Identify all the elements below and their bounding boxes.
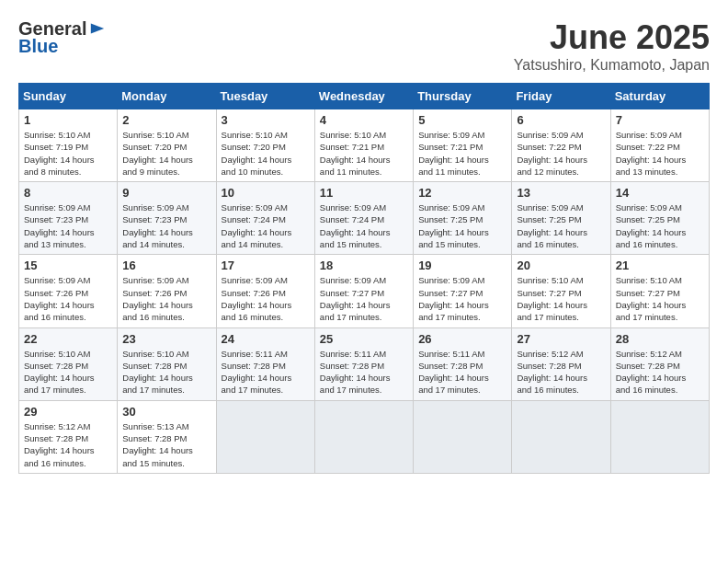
calendar-cell [610, 400, 709, 473]
day-info: Sunrise: 5:09 AM Sunset: 7:23 PM Dayligh… [24, 201, 112, 250]
calendar-cell: 11Sunrise: 5:09 AM Sunset: 7:24 PM Dayli… [314, 182, 413, 255]
day-number: 24 [222, 332, 310, 346]
col-tuesday: Tuesday [216, 84, 314, 109]
calendar-cell: 24Sunrise: 5:11 AM Sunset: 7:28 PM Dayli… [216, 327, 314, 400]
day-info: Sunrise: 5:09 AM Sunset: 7:24 PM Dayligh… [320, 201, 408, 250]
calendar-cell [314, 400, 413, 473]
day-number: 20 [517, 259, 605, 272]
day-number: 13 [517, 186, 605, 200]
calendar-cell: 29Sunrise: 5:12 AM Sunset: 7:28 PM Dayli… [19, 400, 118, 473]
day-info: Sunrise: 5:11 AM Sunset: 7:28 PM Dayligh… [320, 348, 408, 396]
calendar-cell: 23Sunrise: 5:10 AM Sunset: 7:28 PM Dayli… [118, 327, 216, 400]
calendar-cell: 14Sunrise: 5:09 AM Sunset: 7:25 PM Dayli… [610, 182, 709, 255]
calendar-cell: 9Sunrise: 5:09 AM Sunset: 7:23 PM Daylig… [118, 182, 216, 255]
calendar-cell: 20Sunrise: 5:10 AM Sunset: 7:27 PM Dayli… [512, 255, 610, 327]
calendar-cell: 17Sunrise: 5:09 AM Sunset: 7:26 PM Dayli… [216, 255, 314, 327]
day-info: Sunrise: 5:09 AM Sunset: 7:25 PM Dayligh… [517, 201, 605, 250]
calendar-cell: 19Sunrise: 5:09 AM Sunset: 7:27 PM Dayli… [414, 255, 512, 327]
day-info: Sunrise: 5:09 AM Sunset: 7:24 PM Dayligh… [222, 201, 310, 250]
col-sunday: Sunday [19, 84, 118, 109]
day-info: Sunrise: 5:09 AM Sunset: 7:26 PM Dayligh… [24, 274, 112, 323]
calendar-cell [216, 400, 314, 473]
day-number: 7 [616, 113, 704, 127]
day-number: 11 [320, 186, 408, 200]
day-number: 3 [222, 113, 310, 127]
day-number: 19 [418, 259, 506, 272]
day-info: Sunrise: 5:09 AM Sunset: 7:27 PM Dayligh… [320, 274, 408, 323]
location-title: Yatsushiro, Kumamoto, Japan [514, 57, 710, 74]
day-number: 9 [122, 186, 210, 200]
day-number: 17 [222, 259, 310, 272]
logo: General Blue [18, 18, 106, 57]
title-area: June 2025 Yatsushiro, Kumamoto, Japan [514, 18, 710, 74]
calendar-cell: 18Sunrise: 5:09 AM Sunset: 7:27 PM Dayli… [314, 255, 413, 327]
calendar-cell: 5Sunrise: 5:09 AM Sunset: 7:21 PM Daylig… [414, 109, 512, 182]
day-number: 14 [616, 186, 704, 200]
day-info: Sunrise: 5:10 AM Sunset: 7:21 PM Dayligh… [320, 129, 408, 178]
day-number: 22 [24, 332, 112, 346]
day-number: 12 [418, 186, 506, 200]
calendar-cell [414, 400, 512, 473]
day-number: 21 [616, 259, 704, 272]
day-info: Sunrise: 5:11 AM Sunset: 7:28 PM Dayligh… [418, 348, 506, 396]
day-number: 5 [418, 113, 506, 127]
day-info: Sunrise: 5:09 AM Sunset: 7:22 PM Dayligh… [517, 129, 605, 178]
day-number: 29 [24, 405, 112, 419]
calendar-cell: 10Sunrise: 5:09 AM Sunset: 7:24 PM Dayli… [216, 182, 314, 255]
calendar-cell: 28Sunrise: 5:12 AM Sunset: 7:28 PM Dayli… [610, 327, 709, 400]
col-friday: Friday [512, 84, 610, 109]
calendar-week-row: 1Sunrise: 5:10 AM Sunset: 7:19 PM Daylig… [19, 109, 710, 182]
day-number: 6 [517, 113, 605, 127]
day-number: 2 [122, 113, 210, 127]
day-info: Sunrise: 5:09 AM Sunset: 7:25 PM Dayligh… [418, 201, 506, 250]
day-number: 15 [24, 259, 112, 272]
calendar-cell: 6Sunrise: 5:09 AM Sunset: 7:22 PM Daylig… [512, 109, 610, 182]
col-thursday: Thursday [414, 84, 512, 109]
calendar-cell: 13Sunrise: 5:09 AM Sunset: 7:25 PM Dayli… [512, 182, 610, 255]
calendar-body: 1Sunrise: 5:10 AM Sunset: 7:19 PM Daylig… [19, 109, 710, 474]
day-number: 4 [320, 113, 408, 127]
logo-arrow-icon [89, 20, 106, 37]
calendar-cell: 8Sunrise: 5:09 AM Sunset: 7:23 PM Daylig… [19, 182, 118, 255]
day-info: Sunrise: 5:10 AM Sunset: 7:19 PM Dayligh… [24, 129, 112, 178]
header: General Blue June 2025 Yatsushiro, Kumam… [18, 18, 710, 74]
calendar-cell: 30Sunrise: 5:13 AM Sunset: 7:28 PM Dayli… [118, 400, 216, 473]
day-info: Sunrise: 5:12 AM Sunset: 7:28 PM Dayligh… [616, 348, 704, 396]
day-info: Sunrise: 5:11 AM Sunset: 7:28 PM Dayligh… [222, 348, 310, 396]
day-info: Sunrise: 5:13 AM Sunset: 7:28 PM Dayligh… [122, 420, 210, 469]
calendar-cell: 7Sunrise: 5:09 AM Sunset: 7:22 PM Daylig… [610, 109, 709, 182]
calendar-week-row: 29Sunrise: 5:12 AM Sunset: 7:28 PM Dayli… [19, 400, 710, 473]
calendar-table: Sunday Monday Tuesday Wednesday Thursday… [18, 83, 710, 474]
calendar-header-row: Sunday Monday Tuesday Wednesday Thursday… [19, 84, 710, 109]
calendar-cell: 1Sunrise: 5:10 AM Sunset: 7:19 PM Daylig… [19, 109, 118, 182]
svg-marker-0 [91, 23, 104, 33]
day-info: Sunrise: 5:09 AM Sunset: 7:21 PM Dayligh… [418, 129, 506, 178]
day-info: Sunrise: 5:10 AM Sunset: 7:27 PM Dayligh… [616, 274, 704, 323]
day-info: Sunrise: 5:09 AM Sunset: 7:26 PM Dayligh… [222, 274, 310, 323]
calendar-cell: 15Sunrise: 5:09 AM Sunset: 7:26 PM Dayli… [19, 255, 118, 327]
calendar-week-row: 22Sunrise: 5:10 AM Sunset: 7:28 PM Dayli… [19, 327, 710, 400]
day-number: 16 [122, 259, 210, 272]
day-number: 28 [616, 332, 704, 346]
day-info: Sunrise: 5:10 AM Sunset: 7:20 PM Dayligh… [122, 129, 210, 178]
calendar-cell: 26Sunrise: 5:11 AM Sunset: 7:28 PM Dayli… [414, 327, 512, 400]
day-info: Sunrise: 5:10 AM Sunset: 7:27 PM Dayligh… [517, 274, 605, 323]
calendar-cell: 16Sunrise: 5:09 AM Sunset: 7:26 PM Dayli… [118, 255, 216, 327]
day-number: 1 [24, 113, 112, 127]
month-title: June 2025 [514, 18, 710, 57]
day-number: 18 [320, 259, 408, 272]
col-wednesday: Wednesday [314, 84, 413, 109]
day-info: Sunrise: 5:10 AM Sunset: 7:20 PM Dayligh… [222, 129, 310, 178]
col-monday: Monday [118, 84, 216, 109]
day-number: 23 [122, 332, 210, 346]
day-info: Sunrise: 5:12 AM Sunset: 7:28 PM Dayligh… [24, 420, 112, 469]
calendar-cell [512, 400, 610, 473]
calendar-cell: 12Sunrise: 5:09 AM Sunset: 7:25 PM Dayli… [414, 182, 512, 255]
day-info: Sunrise: 5:10 AM Sunset: 7:28 PM Dayligh… [122, 348, 210, 396]
day-info: Sunrise: 5:09 AM Sunset: 7:25 PM Dayligh… [616, 201, 704, 250]
day-number: 10 [222, 186, 310, 200]
calendar-cell: 4Sunrise: 5:10 AM Sunset: 7:21 PM Daylig… [314, 109, 413, 182]
day-info: Sunrise: 5:09 AM Sunset: 7:23 PM Dayligh… [122, 201, 210, 250]
day-info: Sunrise: 5:10 AM Sunset: 7:28 PM Dayligh… [24, 348, 112, 396]
day-info: Sunrise: 5:09 AM Sunset: 7:22 PM Dayligh… [616, 129, 704, 178]
